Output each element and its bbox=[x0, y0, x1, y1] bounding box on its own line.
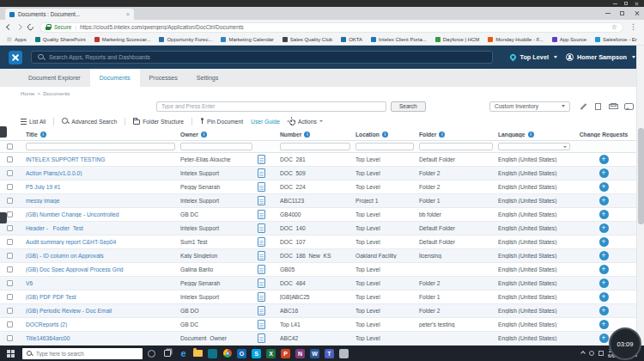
column-header-language[interactable]: Languagei bbox=[498, 132, 575, 138]
column-header-title[interactable]: Titlei bbox=[26, 132, 180, 138]
row-checkbox[interactable] bbox=[7, 239, 13, 245]
table-row[interactable]: (GB) Periodic Review - Doc EmailGB DOABC… bbox=[0, 304, 644, 318]
document-title-link[interactable]: Action Plans(v1.0.0.0) bbox=[26, 170, 180, 176]
document-icon[interactable] bbox=[258, 306, 265, 315]
document-title-link[interactable]: (GB) Number Change - Uncontrolled bbox=[26, 211, 180, 217]
tab-settings[interactable]: Settings bbox=[187, 69, 228, 87]
row-checkbox[interactable] bbox=[7, 198, 13, 204]
tray-volume-icon[interactable] bbox=[598, 351, 604, 356]
row-checkbox[interactable] bbox=[7, 170, 13, 176]
table-row[interactable]: (GB) Doc Spec Approval Process GridGalin… bbox=[0, 263, 644, 277]
vm-close-button[interactable] bbox=[635, 2, 639, 6]
filter-input-title[interactable] bbox=[26, 143, 175, 150]
bookmark-star-icon[interactable]: ☆ bbox=[611, 24, 617, 31]
document-title-link[interactable]: (GB) - ID column on Approvals bbox=[26, 253, 180, 259]
document-title-link[interactable]: Audit summary report C&HT-Sep04 bbox=[26, 239, 180, 245]
add-change-request-button[interactable]: + bbox=[599, 196, 609, 205]
toolbar-advanced-search[interactable]: Advanced Search bbox=[62, 118, 117, 125]
info-icon[interactable]: i bbox=[40, 132, 46, 138]
view-select[interactable]: Custom Inventory bbox=[489, 101, 570, 112]
bookmark-item[interactable]: Quality SharePoint bbox=[35, 37, 86, 42]
info-icon[interactable]: i bbox=[382, 132, 388, 138]
table-row[interactable]: INTELEX SUPPORT TESTINGPeter-Elias Alouc… bbox=[0, 153, 644, 167]
document-search-input[interactable] bbox=[156, 101, 386, 112]
add-change-request-button[interactable]: + bbox=[599, 155, 609, 164]
location-selector[interactable]: Top Level bbox=[510, 53, 557, 61]
row-checkbox[interactable] bbox=[7, 335, 13, 341]
search-button[interactable]: Search bbox=[391, 101, 426, 112]
edit-icon[interactable] bbox=[580, 103, 587, 110]
table-row[interactable]: Title146364arc00Document_OwnerABC42Top L… bbox=[0, 332, 644, 346]
row-checkbox[interactable] bbox=[7, 280, 13, 286]
back-button[interactable] bbox=[6, 24, 12, 30]
vm-maximize-button[interactable] bbox=[624, 2, 628, 5]
document-icon[interactable] bbox=[258, 196, 265, 205]
add-change-request-button[interactable]: + bbox=[599, 237, 609, 247]
taskbar-onenote-button[interactable]: N bbox=[293, 346, 307, 361]
bookmark-item[interactable]: Intelex Client Porta... bbox=[371, 37, 427, 42]
document-icon[interactable] bbox=[258, 278, 265, 288]
bookmark-item[interactable]: Salesforce - Enterpr... bbox=[595, 37, 637, 42]
table-row[interactable]: messy imageIntelex SupportABC1123Project… bbox=[0, 194, 644, 208]
global-search[interactable] bbox=[31, 51, 493, 64]
add-change-request-button[interactable]: + bbox=[599, 292, 609, 302]
taskbar-skype-button[interactable]: S bbox=[249, 346, 264, 361]
toolbar-pin-document[interactable]: Pin Document bbox=[200, 118, 243, 125]
tab-document-explorer[interactable]: Document Explorer bbox=[19, 69, 90, 87]
document-title-link[interactable]: V6 bbox=[26, 280, 180, 286]
column-header-owner[interactable]: Owneri bbox=[180, 132, 258, 138]
browser-tab[interactable]: Documents : Document... × bbox=[5, 9, 134, 20]
tab-close-icon[interactable]: × bbox=[126, 11, 130, 17]
reload-button[interactable] bbox=[27, 23, 35, 32]
row-checkbox[interactable] bbox=[7, 321, 13, 327]
filter-input-owner[interactable] bbox=[180, 143, 252, 150]
taskbar-edge-button[interactable]: e bbox=[176, 346, 191, 361]
taskbar-chrome-button[interactable] bbox=[220, 346, 234, 361]
address-bar[interactable]: Secure | https://cloud5.intelex.com/qwer… bbox=[39, 22, 623, 33]
add-change-request-button[interactable]: + bbox=[599, 278, 609, 288]
taskbar-outlook-button[interactable]: O bbox=[234, 346, 249, 361]
page-scrollbar[interactable] bbox=[636, 46, 644, 346]
bookmark-item[interactable]: Dayforce | HCM bbox=[435, 37, 480, 42]
table-row[interactable]: Header - _Footer_TestIntelex SupportDOC_… bbox=[0, 222, 644, 236]
info-icon[interactable]: i bbox=[439, 132, 445, 138]
tab-documents[interactable]: Documents bbox=[90, 69, 140, 87]
filter-input-number[interactable] bbox=[280, 143, 350, 150]
recorder-edge-widget[interactable] bbox=[0, 212, 7, 223]
row-checkbox[interactable] bbox=[7, 184, 13, 190]
info-icon[interactable]: i bbox=[528, 132, 534, 138]
table-row[interactable]: (GB) - ID column on ApprovalsKaty Single… bbox=[0, 249, 644, 263]
document-title-link[interactable]: (GB) Periodic Review - Doc Email bbox=[26, 308, 180, 314]
document-title-link[interactable]: Title146364arc00 bbox=[26, 335, 180, 341]
bookmarks-apps-button[interactable]: Apps bbox=[7, 37, 27, 42]
breadcrumb-home[interactable]: Home bbox=[21, 90, 35, 96]
toolbar-actions[interactable]: Actions bbox=[288, 118, 323, 125]
document-icon[interactable] bbox=[258, 237, 265, 247]
document-title-link[interactable]: P5 July 19 #1 bbox=[26, 184, 180, 190]
column-header-folder[interactable]: Folderi bbox=[419, 132, 498, 138]
intelex-logo[interactable] bbox=[9, 51, 22, 64]
taskbar-teams-button[interactable]: T bbox=[322, 346, 337, 361]
global-search-input[interactable] bbox=[49, 54, 486, 60]
taskbar-file-explorer-button[interactable] bbox=[191, 346, 205, 361]
bookmark-item[interactable]: Opportunity Forec... bbox=[159, 37, 212, 42]
column-header-change-requests[interactable]: Change Requests bbox=[575, 132, 632, 138]
bookmark-item[interactable]: OKTA bbox=[341, 37, 362, 42]
bookmark-item[interactable]: Sales Quality Club bbox=[283, 37, 332, 42]
add-change-request-button[interactable]: + bbox=[599, 251, 609, 260]
add-change-request-button[interactable]: + bbox=[599, 265, 609, 274]
tray-expand-icon[interactable] bbox=[580, 351, 586, 356]
add-change-request-button[interactable]: + bbox=[599, 182, 609, 192]
row-checkbox[interactable] bbox=[7, 156, 13, 162]
browser-menu-icon[interactable]: ⋮ bbox=[629, 23, 637, 31]
document-title-link[interactable]: (GB) PDF PDF Test bbox=[26, 294, 180, 300]
add-change-request-button[interactable]: + bbox=[599, 320, 609, 329]
row-checkbox[interactable] bbox=[7, 294, 13, 300]
table-row[interactable]: Audit summary report C&HT-Sep04Sum1 Test… bbox=[0, 236, 644, 249]
filter-input-location[interactable] bbox=[355, 143, 414, 150]
document-icon[interactable] bbox=[258, 168, 265, 178]
close-button[interactable] bbox=[629, 7, 644, 20]
document-icon[interactable] bbox=[258, 223, 265, 233]
table-row[interactable]: V6Peggy SenarahDOC_484Top LevelFolder 2E… bbox=[0, 277, 644, 291]
document-title-link[interactable]: INTELEX SUPPORT TESTING bbox=[26, 156, 180, 162]
